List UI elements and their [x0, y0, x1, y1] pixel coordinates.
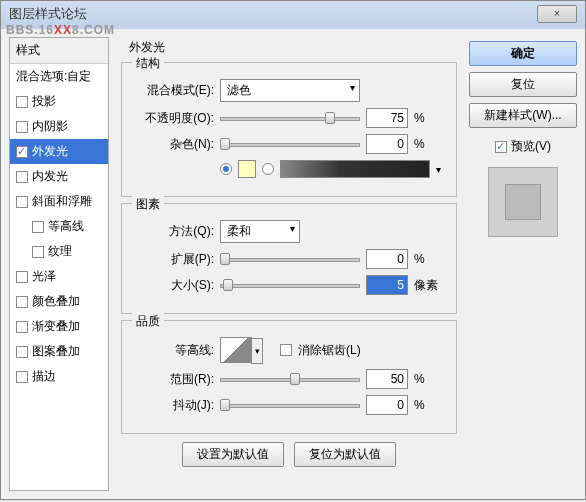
jitter-unit: % [414, 398, 444, 412]
style-inner-shadow[interactable]: 内阴影 [10, 114, 108, 139]
noise-slider[interactable] [220, 135, 360, 153]
opacity-input[interactable]: 75 [366, 108, 408, 128]
noise-unit: % [414, 137, 444, 151]
style-drop-shadow[interactable]: 投影 [10, 89, 108, 114]
quality-legend: 品质 [132, 313, 164, 330]
style-inner-glow[interactable]: 内发光 [10, 164, 108, 189]
range-input[interactable]: 50 [366, 369, 408, 389]
chevron-down-icon[interactable]: ▾ [436, 164, 441, 175]
noise-input[interactable]: 0 [366, 134, 408, 154]
set-default-button[interactable]: 设置为默认值 [182, 442, 284, 467]
settings-panel: 外发光 结构 混合模式(E): 滤色 不透明度(O): 75 % 杂色(N): … [117, 37, 461, 491]
size-slider[interactable] [220, 276, 360, 294]
checkbox[interactable] [16, 146, 28, 158]
style-satin[interactable]: 光泽 [10, 264, 108, 289]
style-texture[interactable]: 纹理 [10, 239, 108, 264]
checkbox[interactable] [32, 221, 44, 233]
cancel-button[interactable]: 复位 [469, 72, 577, 97]
style-gradient-overlay[interactable]: 渐变叠加 [10, 314, 108, 339]
antialiased-checkbox[interactable] [280, 344, 292, 356]
window-title: 图层样式论坛 [9, 6, 87, 21]
spread-slider[interactable] [220, 250, 360, 268]
watermark: BBS.16XX8.COM [6, 23, 115, 37]
style-color-overlay[interactable]: 颜色叠加 [10, 289, 108, 314]
gradient-radio[interactable] [262, 163, 274, 175]
range-unit: % [414, 372, 444, 386]
checkbox[interactable] [16, 271, 28, 283]
checkbox[interactable] [16, 121, 28, 133]
range-slider[interactable] [220, 370, 360, 388]
preview-swatch [505, 184, 541, 220]
method-select[interactable]: 柔和 [220, 220, 300, 243]
blend-options[interactable]: 混合选项:自定 [10, 64, 108, 89]
range-label: 范围(R): [134, 371, 214, 388]
jitter-slider[interactable] [220, 396, 360, 414]
contour-picker[interactable]: ▾ [220, 337, 252, 363]
opacity-unit: % [414, 111, 444, 125]
spread-input[interactable]: 0 [366, 249, 408, 269]
antialiased-label: 消除锯齿(L) [298, 342, 361, 359]
styles-list: 样式 混合选项:自定 投影 内阴影 外发光 内发光 斜面和浮雕 等高线 纹理 光… [9, 37, 109, 491]
style-stroke[interactable]: 描边 [10, 364, 108, 389]
checkbox[interactable] [32, 246, 44, 258]
checkbox[interactable] [16, 296, 28, 308]
reset-default-button[interactable]: 复位为默认值 [294, 442, 396, 467]
checkbox[interactable] [16, 171, 28, 183]
color-swatch[interactable] [238, 160, 256, 178]
checkbox[interactable] [16, 346, 28, 358]
structure-legend: 结构 [132, 55, 164, 72]
jitter-label: 抖动(J): [134, 397, 214, 414]
color-radio[interactable] [220, 163, 232, 175]
new-style-button[interactable]: 新建样式(W)... [469, 103, 577, 128]
panel-title: 外发光 [129, 39, 457, 56]
ok-button[interactable]: 确定 [469, 41, 577, 66]
opacity-slider[interactable] [220, 109, 360, 127]
elements-group: 图素 方法(Q): 柔和 扩展(P): 0 % 大小(S): 5 像素 [121, 203, 457, 314]
style-outer-glow[interactable]: 外发光 [10, 139, 108, 164]
size-unit: 像素 [414, 277, 444, 294]
size-label: 大小(S): [134, 277, 214, 294]
preview-checkbox[interactable] [495, 141, 507, 153]
preview-box [488, 167, 558, 237]
style-pattern-overlay[interactable]: 图案叠加 [10, 339, 108, 364]
layer-style-dialog: 图层样式论坛 × BBS.16XX8.COM 样式 混合选项:自定 投影 内阴影… [0, 0, 586, 500]
style-bevel-emboss[interactable]: 斜面和浮雕 [10, 189, 108, 214]
spread-label: 扩展(P): [134, 251, 214, 268]
method-label: 方法(Q): [134, 223, 214, 240]
noise-label: 杂色(N): [134, 136, 214, 153]
checkbox[interactable] [16, 371, 28, 383]
opacity-label: 不透明度(O): [134, 110, 214, 127]
checkbox[interactable] [16, 321, 28, 333]
elements-legend: 图素 [132, 196, 164, 213]
contour-label: 等高线: [134, 342, 214, 359]
blend-mode-label: 混合模式(E): [134, 82, 214, 99]
chevron-down-icon[interactable]: ▾ [251, 338, 263, 364]
gradient-picker[interactable] [280, 160, 430, 178]
structure-group: 结构 混合模式(E): 滤色 不透明度(O): 75 % 杂色(N): 0 % [121, 62, 457, 197]
jitter-input[interactable]: 0 [366, 395, 408, 415]
blend-mode-select[interactable]: 滤色 [220, 79, 360, 102]
action-panel: 确定 复位 新建样式(W)... 预览(V) [469, 37, 577, 491]
styles-header: 样式 [10, 38, 108, 64]
style-contour[interactable]: 等高线 [10, 214, 108, 239]
close-button[interactable]: × [537, 5, 577, 23]
size-input[interactable]: 5 [366, 275, 408, 295]
spread-unit: % [414, 252, 444, 266]
checkbox[interactable] [16, 196, 28, 208]
preview-label: 预览(V) [511, 138, 551, 155]
checkbox[interactable] [16, 96, 28, 108]
quality-group: 品质 等高线: ▾ 消除锯齿(L) 范围(R): 50 % 抖动(J): [121, 320, 457, 434]
